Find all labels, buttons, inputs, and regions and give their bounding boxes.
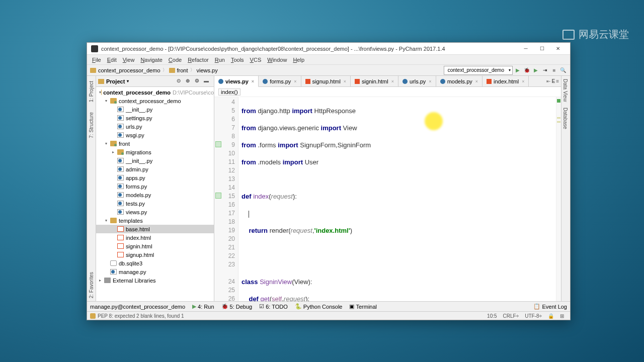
marker-warn[interactable] — [557, 121, 560, 123]
close-button[interactable]: ✕ — [550, 43, 566, 54]
window-title: context_processor_demo - [D:\VIPCourse\c… — [101, 46, 518, 52]
run-config-select[interactable]: context_processor_demo — [444, 66, 513, 75]
menu-tools[interactable]: Tools — [228, 57, 247, 63]
menubar: File Edit View Navigate Code Refactor Ru… — [87, 55, 570, 65]
search-button[interactable]: 🔍 — [559, 66, 567, 74]
tree-file[interactable]: signin.html — [96, 242, 214, 250]
tab-favorites[interactable]: 2: Favorites — [88, 269, 95, 301]
tree-migrations[interactable]: ▸migrations — [96, 148, 214, 156]
code-crumb[interactable]: index() — [214, 87, 561, 97]
run-coverage-button[interactable]: ▶ — [532, 66, 540, 74]
bottom-pyconsole[interactable]: 🐍Python Console — [295, 303, 343, 310]
marker-strip[interactable] — [556, 97, 561, 301]
gutter-icon[interactable] — [215, 193, 221, 199]
menu-help[interactable]: Help — [290, 57, 307, 63]
tree-file[interactable]: tests.py — [96, 199, 214, 208]
marker-warn[interactable] — [557, 117, 560, 119]
menu-window[interactable]: Window — [264, 57, 290, 63]
status-crlf[interactable]: CRLF÷ — [503, 313, 519, 319]
project-header: Project ▾ ⊙ ⊕ ⚙ ▬ — [96, 76, 214, 87]
menu-edit[interactable]: Edit — [104, 57, 120, 63]
bottom-eventlog[interactable]: 📋Event Log — [533, 303, 567, 310]
tab-database[interactable]: Database — [561, 105, 569, 132]
tree-templates[interactable]: ▾templates — [96, 216, 214, 225]
status-msg: PEP 8: expected 2 blank lines, found 1 — [98, 313, 184, 319]
bottom-debug[interactable]: 🐞5: Debug — [221, 303, 253, 310]
tree-file-selected[interactable]: base.html — [96, 225, 214, 233]
titlebar[interactable]: context_processor_demo - [D:\VIPCourse\c… — [87, 43, 570, 55]
collapse-icon[interactable]: ⊙ — [177, 78, 184, 85]
editor[interactable]: 4567891011121314151617181920212223242526… — [214, 97, 561, 301]
tab-project[interactable]: 1: Project — [88, 78, 95, 105]
tree-file[interactable]: settings.py — [96, 114, 214, 122]
locate-icon[interactable]: ⊕ — [186, 78, 193, 85]
tab-views[interactable]: views.py× — [214, 76, 259, 87]
minimize-button[interactable]: ─ — [518, 43, 534, 54]
maximize-button[interactable]: ☐ — [534, 43, 550, 54]
tree-file[interactable]: forms.py — [96, 182, 214, 191]
breadcrumb-root[interactable]: context_processor_demo — [98, 67, 160, 73]
tree-file[interactable]: __init__.py — [96, 105, 214, 114]
menu-navigate[interactable]: Navigate — [137, 57, 165, 63]
menu-vcs[interactable]: VCS — [247, 57, 265, 63]
tab-structure[interactable]: 7: Structure — [88, 109, 95, 141]
bottom-terminal[interactable]: ▣Terminal — [349, 303, 377, 310]
breadcrumb-leaf[interactable]: views.py — [197, 67, 218, 73]
tree-file[interactable]: signup.html — [96, 250, 214, 259]
status-icon — [90, 313, 96, 319]
debug-button[interactable]: 🐞 — [523, 66, 531, 74]
gutter-icon[interactable] — [215, 141, 221, 147]
tab-controls[interactable]: ⇤ E ≡ — [544, 76, 561, 86]
editor-area: views.py× forms.py× signup.html× signin.… — [214, 76, 561, 301]
status-lock-icon[interactable]: 🔒 — [548, 313, 554, 319]
tree-file[interactable]: apps.py — [96, 173, 214, 182]
code-content[interactable]: from django.http import HttpResponse fro… — [238, 97, 556, 301]
menu-run[interactable]: Run — [212, 57, 228, 63]
bottom-run[interactable]: ▶4: Run — [192, 303, 214, 310]
tab-models[interactable]: models.py× — [436, 76, 482, 86]
tree-file[interactable]: admin.py — [96, 165, 214, 173]
tree-file[interactable]: views.py — [96, 208, 214, 216]
tree-file[interactable]: wsgi.py — [96, 131, 214, 139]
attach-button[interactable]: ⇥ — [541, 66, 549, 74]
hide-icon[interactable]: ▬ — [204, 78, 211, 85]
project-tree[interactable]: ▾context_processor_demoD:\VIPCourse\co ▾… — [96, 87, 214, 301]
breadcrumb[interactable]: context_processor_demo 〉 front 〉 views.p… — [90, 67, 444, 73]
breadcrumb-mid[interactable]: front — [177, 67, 188, 73]
tree-front[interactable]: ▾front — [96, 139, 214, 148]
status-more-icon[interactable]: ⊞ — [560, 313, 564, 319]
project-label[interactable]: Project — [106, 78, 125, 84]
tree-file[interactable]: models.py — [96, 191, 214, 199]
tree-file[interactable]: urls.py — [96, 122, 214, 131]
menu-view[interactable]: View — [120, 57, 138, 63]
tree-db[interactable]: db.sqlite3 — [96, 259, 214, 267]
status-enc[interactable]: UTF-8÷ — [525, 313, 542, 319]
tab-forms[interactable]: forms.py× — [259, 76, 301, 86]
tab-index[interactable]: index.html× — [482, 76, 529, 86]
tab-dataview[interactable]: Data View — [561, 76, 569, 105]
chevron-down-icon[interactable]: ▾ — [127, 79, 129, 83]
menu-file[interactable]: File — [89, 57, 104, 63]
bottom-todo[interactable]: ☑6: TODO — [259, 303, 288, 310]
menu-refactor[interactable]: Refactor — [185, 57, 212, 63]
tree-app[interactable]: ▾context_processor_demo — [96, 97, 214, 105]
tree-external[interactable]: ▸External Libraries — [96, 276, 214, 285]
tab-signup[interactable]: signup.html× — [301, 76, 351, 86]
stop-button[interactable]: ■ — [550, 66, 558, 74]
menu-code[interactable]: Code — [166, 57, 185, 63]
tree-manage[interactable]: manage.py — [96, 267, 214, 276]
settings-icon[interactable]: ⚙ — [195, 78, 202, 85]
gutter[interactable]: 4567891011121314151617181920212223242526 — [214, 97, 238, 301]
run-button[interactable]: ▶ — [514, 66, 522, 74]
tab-signin[interactable]: signin.html× — [351, 76, 398, 86]
ide-window: context_processor_demo - [D:\VIPCourse\c… — [87, 42, 571, 320]
tab-urls[interactable]: urls.py× — [398, 76, 436, 86]
marker-ok — [557, 99, 560, 103]
text-caret — [249, 211, 249, 218]
tree-file[interactable]: index.html — [96, 233, 214, 242]
tree-file[interactable]: __init__.py — [96, 156, 214, 165]
tree-root[interactable]: ▾context_processor_demoD:\VIPCourse\co — [96, 88, 214, 97]
bottom-file[interactable]: manage.py@context_processor_demo — [90, 304, 185, 310]
watermark: 网易云课堂 — [562, 28, 629, 41]
status-pos[interactable]: 10:5 — [487, 313, 497, 319]
